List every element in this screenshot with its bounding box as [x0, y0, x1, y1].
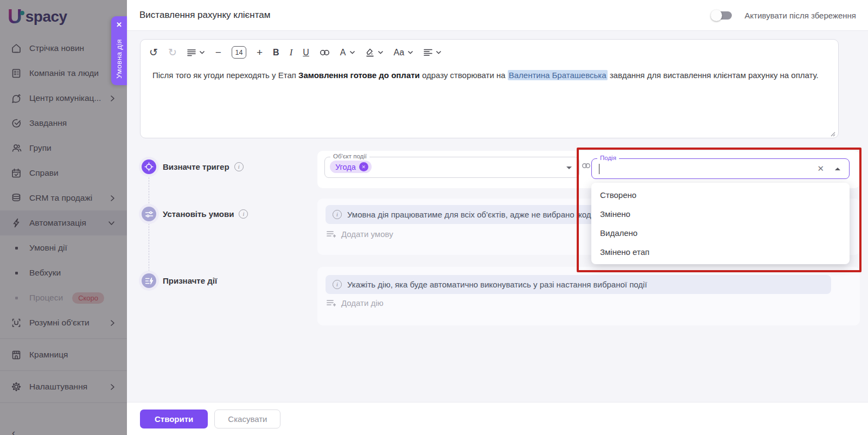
description-editor: ↺ ↻ − 14 + B I U A Aa	[140, 39, 839, 138]
add-condition-label: Додати умову	[341, 229, 393, 239]
close-icon[interactable]: ✕	[116, 21, 122, 28]
text-style-button[interactable]: Aa	[394, 48, 414, 57]
actions-info-text: Укажіть дію, яка буде автоматично викону…	[347, 280, 647, 289]
font-size-increase-button[interactable]: +	[257, 47, 263, 57]
align-button[interactable]	[424, 49, 442, 56]
event-object-select[interactable]: Об'єкт події Угода ✕	[324, 157, 579, 178]
actions-info-banner: i Укажіть дію, яка буде автоматично вико…	[326, 275, 831, 294]
actions-card: i Укажіть дію, яка буде автоматично вико…	[317, 267, 860, 325]
add-action-button[interactable]: Додати дію	[327, 298, 384, 308]
font-size-value[interactable]: 14	[232, 46, 246, 59]
drawer-tab-conditional-action[interactable]: ✕ Умовна дія	[111, 16, 127, 85]
drawer-header: Виставлення рахунку клієнтам Активувати …	[127, 0, 868, 31]
text-segment: Після того як угоди переходять у Етап	[152, 71, 298, 80]
text-cursor	[599, 164, 599, 174]
event-select[interactable]: Подія ✕	[591, 158, 850, 179]
drawer-tab-label: Умовна дія	[115, 39, 123, 79]
step-connector	[149, 175, 149, 274]
italic-button[interactable]: I	[290, 47, 293, 58]
bold-button[interactable]: B	[273, 48, 279, 57]
activate-toggle[interactable]	[712, 11, 732, 20]
info-icon[interactable]: i	[239, 209, 248, 219]
undo-button[interactable]: ↺	[149, 47, 158, 57]
create-button[interactable]: Створити	[140, 410, 208, 428]
redo-button[interactable]: ↻	[168, 47, 177, 57]
editor-toolbar: ↺ ↻ − 14 + B I U A Aa	[141, 40, 838, 61]
font-color-button[interactable]: A	[340, 48, 355, 57]
link-button[interactable]	[320, 49, 330, 56]
drawer-footer: Створити Скасувати	[127, 402, 868, 435]
app-window: U spacy Стрічка новин Компанія та люди Ц…	[0, 0, 868, 435]
dropdown-caret-up-icon[interactable]	[835, 168, 840, 170]
text-segment: завдання для виставлення клієнтам рахунк…	[608, 71, 819, 80]
activate-toggle-label: Активувати після збереження	[745, 11, 856, 20]
highlight-color-button[interactable]	[366, 48, 384, 57]
event-option-deleted[interactable]: Видалено	[591, 223, 850, 242]
user-mention: Валентина Браташевська	[508, 70, 608, 80]
page-title: Виставлення рахунку клієнтам	[139, 10, 270, 21]
conditions-step-icon	[142, 207, 156, 221]
trigger-step-label: Визначте тригер i	[163, 162, 244, 171]
actions-step-icon	[142, 273, 156, 288]
event-options-menu: Створено Змінено Видалено Змінено етап	[591, 183, 850, 264]
link-icon	[582, 161, 591, 171]
event-object-label: Об'єкт події	[330, 153, 369, 159]
conditions-step-label: Установіть умови i	[163, 209, 248, 219]
info-icon: i	[333, 210, 342, 219]
event-label: Подія	[597, 155, 619, 161]
clear-icon[interactable]: ✕	[817, 164, 824, 174]
font-size-decrease-button[interactable]: −	[215, 47, 221, 57]
bold-text-segment: Замовлення готове до оплати	[298, 71, 420, 80]
conditions-info-text: Умовна дія працюватиме для всіх об'єктів…	[347, 210, 608, 219]
cancel-button[interactable]: Скасувати	[214, 410, 280, 428]
info-icon: i	[333, 280, 342, 289]
line-spacing-button[interactable]	[187, 49, 205, 56]
resize-handle[interactable]	[829, 129, 835, 136]
underline-button[interactable]: U	[303, 48, 309, 57]
actions-step-label: Призначте дії	[163, 276, 217, 285]
info-icon[interactable]: i	[234, 162, 244, 171]
description-text[interactable]: Після того як угоди переходять у Етап За…	[141, 61, 838, 82]
dropdown-caret-icon[interactable]	[566, 167, 572, 169]
add-action-label: Додати дію	[341, 298, 384, 308]
selected-object-chip: Угода ✕	[330, 161, 372, 173]
add-condition-button[interactable]: Додати умову	[327, 229, 393, 239]
sidebar-dim-overlay	[0, 0, 127, 435]
event-option-created[interactable]: Створено	[591, 185, 850, 204]
chip-label: Угода	[335, 163, 356, 171]
toggle-knob	[711, 10, 722, 21]
trigger-step-icon	[142, 159, 156, 174]
text-segment: одразу створювати на	[420, 71, 508, 80]
event-option-changed[interactable]: Змінено	[591, 204, 850, 223]
event-option-stage-changed[interactable]: Змінено етап	[591, 242, 850, 261]
chip-remove-icon[interactable]: ✕	[359, 162, 368, 171]
